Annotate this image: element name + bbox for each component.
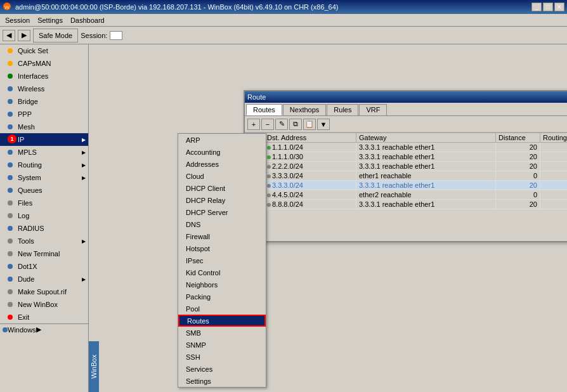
- safe-mode-button[interactable]: Safe Mode: [33, 29, 78, 42]
- menu-dashboard[interactable]: Dashboard: [67, 15, 108, 25]
- route-tabs: Routes Nexthops Rules VRF: [245, 103, 567, 116]
- dropdown-ssh[interactable]: SSH: [178, 351, 266, 363]
- sidebar-item-interfaces[interactable]: Interfaces: [0, 70, 88, 82]
- dropdown-arp[interactable]: ARP: [178, 134, 266, 146]
- tab-rules[interactable]: Rules: [327, 104, 358, 115]
- add-button[interactable]: +: [247, 119, 260, 130]
- sidebar-item-routing[interactable]: Routing ▶: [0, 159, 88, 171]
- sidebar-item-radius[interactable]: RADIUS: [0, 222, 88, 235]
- session-input[interactable]: [110, 31, 122, 40]
- edit-button[interactable]: ✎: [275, 119, 288, 130]
- dropdown-snmp[interactable]: SNMP: [178, 339, 266, 351]
- dropdown-services[interactable]: Services: [178, 363, 266, 375]
- sidebar-label-new-terminal: New Terminal: [18, 250, 60, 258]
- sidebar-item-bridge[interactable]: Bridge: [0, 95, 88, 108]
- tab-routes[interactable]: Routes: [246, 104, 282, 115]
- sidebar-label-mesh: Mesh: [18, 123, 35, 131]
- dropdown-firewall[interactable]: Firewall: [178, 230, 266, 242]
- sidebar-item-exit[interactable]: Exit: [0, 311, 88, 323]
- dropdown-pool[interactable]: Pool: [178, 303, 266, 315]
- route-toolbar: + − ✎ ⧉ 📋 ▼ all: [245, 116, 567, 133]
- sidebar-item-ip[interactable]: 1 IP ▶: [0, 133, 88, 146]
- dropdown-ipsec[interactable]: IPsec: [178, 254, 266, 266]
- sidebar-item-ppp[interactable]: PPP: [0, 108, 88, 121]
- mpls-icon: [5, 147, 15, 157]
- menu-settings[interactable]: Settings: [34, 15, 67, 25]
- sidebar-item-new-winbox[interactable]: New WinBox: [0, 298, 88, 311]
- sidebar-label-routing: Routing: [18, 161, 42, 169]
- sidebar-label-quick-set: Quick Set: [18, 47, 48, 55]
- main-area: Quick Set CAPsMAN Interfaces Wireless Br…: [0, 44, 567, 392]
- maximize-button[interactable]: □: [543, 3, 553, 11]
- copy-button[interactable]: ⧉: [289, 119, 302, 130]
- menu-session[interactable]: Session: [1, 15, 34, 25]
- col-distance-header[interactable]: Distance: [496, 133, 540, 143]
- col-routing-mark-header[interactable]: Routing Mark: [540, 133, 568, 143]
- dropdown-packing[interactable]: Packing: [178, 291, 266, 303]
- app-icon: W: [3, 2, 13, 12]
- table-row[interactable]: 2.2.2.0/243.3.3.1 reachable ether120: [245, 162, 568, 171]
- row-gateway: 3.3.3.1 reachable ether1: [356, 200, 496, 209]
- dropdown-addresses[interactable]: Addresses: [178, 158, 266, 170]
- close-button[interactable]: ✕: [554, 3, 564, 11]
- dropdown-dhcp-relay[interactable]: DHCP Relay: [178, 194, 266, 206]
- filter-button[interactable]: ▼: [317, 119, 330, 130]
- windows-label: Windows: [8, 326, 36, 334]
- sidebar-item-mesh[interactable]: Mesh: [0, 121, 88, 133]
- table-row[interactable]: 4.4.5.0/24ether2 reachable04.4.5.254: [245, 190, 568, 200]
- windows-item[interactable]: Windows ▶: [0, 323, 88, 335]
- content-area: ARP Accounting Addresses Cloud DHCP Clie…: [89, 44, 567, 392]
- sidebar-label-capsman: CAPsMAN: [18, 60, 51, 67]
- row-dst: 8.8.8.0/24: [264, 200, 356, 209]
- dropdown-cloud[interactable]: Cloud: [178, 170, 266, 182]
- dropdown-settings[interactable]: Settings: [178, 375, 266, 387]
- sidebar-item-mpls[interactable]: MPLS ▶: [0, 146, 88, 159]
- row-distance: 20: [496, 162, 540, 171]
- col-gateway-header[interactable]: Gateway: [356, 133, 496, 143]
- dropdown-hotspot[interactable]: Hotspot: [178, 242, 266, 254]
- dropdown-dhcp-server[interactable]: DHCP Server: [178, 206, 266, 218]
- forward-button[interactable]: ▶: [18, 30, 30, 41]
- back-button[interactable]: ◀: [3, 30, 15, 41]
- title-bar: W admin@50:00:00:04:00:00 (ISP-Borde) vi…: [0, 0, 567, 14]
- sidebar-item-system[interactable]: System ▶: [0, 171, 88, 184]
- dropdown-dhcp-client[interactable]: DHCP Client: [178, 182, 266, 194]
- sidebar-item-quick-set[interactable]: Quick Set: [0, 44, 88, 57]
- table-row[interactable]: 3.3.3.0/243.3.3.1 reachable ether120: [245, 181, 568, 190]
- sidebar-item-new-terminal[interactable]: New Terminal: [0, 247, 88, 260]
- table-row[interactable]: 3.3.3.0/24ether1 reachable03.3.3.2: [245, 171, 568, 181]
- minimize-button[interactable]: _: [531, 3, 542, 11]
- col-dst-header[interactable]: Dst. Address: [264, 133, 356, 143]
- sidebar-item-capsman[interactable]: CAPsMAN: [0, 57, 88, 70]
- sidebar-item-log[interactable]: Log: [0, 209, 88, 222]
- sidebar-item-dot1x[interactable]: Dot1X: [0, 260, 88, 273]
- paste-button[interactable]: 📋: [303, 119, 316, 130]
- tab-nexthops[interactable]: Nexthops: [283, 104, 326, 115]
- tab-vrf[interactable]: VRF: [359, 104, 387, 115]
- sidebar-item-wireless[interactable]: Wireless: [0, 82, 88, 95]
- dropdown-smb[interactable]: SMB: [178, 327, 266, 339]
- remove-button[interactable]: −: [261, 119, 274, 130]
- system-arrow-icon: ▶: [82, 175, 86, 181]
- sidebar-item-dude[interactable]: Dude ▶: [0, 273, 88, 285]
- row-dst: 4.4.5.0/24: [264, 190, 356, 200]
- winbox-label: WinBox: [89, 341, 99, 392]
- dropdown-routes[interactable]: Routes: [178, 315, 266, 327]
- sidebar-item-files[interactable]: Files: [0, 197, 88, 209]
- dropdown-kid-control[interactable]: Kid Control: [178, 266, 266, 278]
- sidebar: Quick Set CAPsMAN Interfaces Wireless Br…: [0, 44, 89, 392]
- dropdown-dns[interactable]: DNS: [178, 218, 266, 230]
- table-row[interactable]: 8.8.8.0/243.3.3.1 reachable ether120: [245, 200, 568, 209]
- table-row[interactable]: DAb1.1.1.0/303.3.3.1 reachable ether120: [245, 152, 568, 162]
- row-routing-mark: [540, 190, 568, 200]
- sidebar-item-tools[interactable]: Tools ▶: [0, 235, 88, 247]
- dropdown-accounting[interactable]: Accounting: [178, 146, 266, 158]
- sidebar-item-queues[interactable]: Queues: [0, 184, 88, 197]
- sidebar-item-make-supout[interactable]: Make Supout.rif: [0, 285, 88, 298]
- row-distance: 20: [496, 200, 540, 209]
- files-icon: [5, 198, 15, 208]
- mesh-icon: [5, 122, 15, 132]
- sidebar-label-system: System: [18, 174, 41, 181]
- dropdown-neighbors[interactable]: Neighbors: [178, 278, 266, 291]
- table-row[interactable]: DAb1.1.1.0/243.3.3.1 reachable ether120: [245, 143, 568, 152]
